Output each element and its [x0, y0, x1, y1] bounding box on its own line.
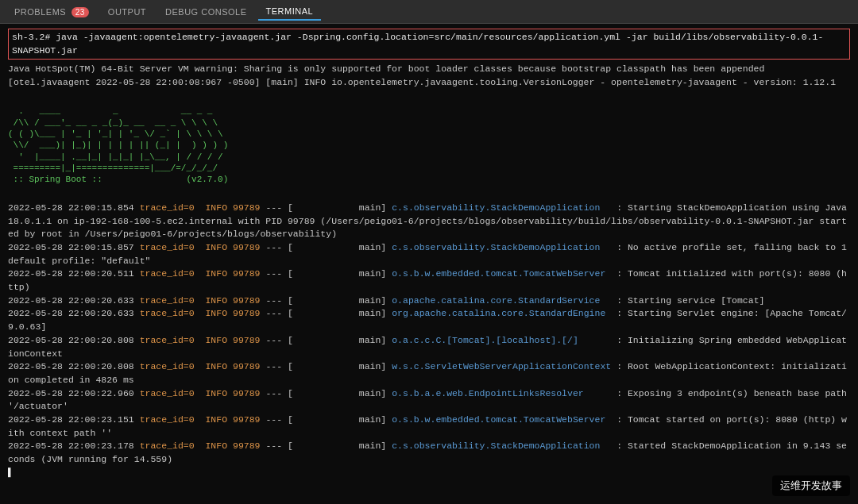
log-line-8: 2022-05-28 22:00:22.960 trace_id=0 INFO … — [8, 387, 850, 414]
log-line-10: 2022-05-28 22:00:23.178 trace_id=0 INFO … — [8, 440, 850, 466]
tab-problems[interactable]: PROBLEMS 23 — [6, 4, 97, 20]
command-line: sh-3.2# java -javaagent:opentelemetry-ja… — [8, 29, 850, 60]
log-line-5: 2022-05-28 22:00:20.633 trace_id=0 INFO … — [8, 307, 850, 333]
log-line-warning: Java HotSpot(TM) 64-Bit Server VM warnin… — [8, 63, 850, 76]
tab-debug-console[interactable]: DEBUG CONSOLE — [157, 4, 254, 20]
log-line-4: 2022-05-28 22:00:20.633 trace_id=0 INFO … — [8, 294, 850, 308]
cursor-line: ▌ — [8, 467, 850, 480]
watermark: 运维开发故事 — [772, 475, 850, 496]
log-line-9: 2022-05-28 22:00:23.151 trace_id=0 INFO … — [8, 414, 850, 440]
log-line-blank2 — [8, 188, 850, 202]
tab-output[interactable]: OUTPUT — [100, 4, 154, 20]
log-line-otel: [otel.javaagent 2022-05-28 22:00:08:967 … — [8, 76, 850, 90]
tab-terminal[interactable]: TERMINAL — [258, 3, 322, 21]
spring-logo: . ____ _ __ _ _ /\\ / ___'_ __ _ _(_)_ _… — [8, 106, 850, 185]
log-line-blank1 — [8, 90, 850, 103]
log-line-6: 2022-05-28 22:00:20.808 trace_id=0 INFO … — [8, 334, 850, 360]
log-line-3: 2022-05-28 22:00:20.511 trace_id=0 INFO … — [8, 267, 850, 294]
log-line-1: 2022-05-28 22:00:15.854 trace_id=0 INFO … — [8, 202, 850, 241]
tab-bar: PROBLEMS 23 OUTPUT DEBUG CONSOLE TERMINA… — [0, 0, 858, 24]
terminal[interactable]: sh-3.2# java -javaagent:opentelemetry-ja… — [0, 24, 858, 504]
log-line-7: 2022-05-28 22:00:20.808 trace_id=0 INFO … — [8, 360, 850, 387]
problems-badge: 23 — [72, 7, 89, 17]
log-line-2: 2022-05-28 22:00:15.857 trace_id=0 INFO … — [8, 241, 850, 267]
